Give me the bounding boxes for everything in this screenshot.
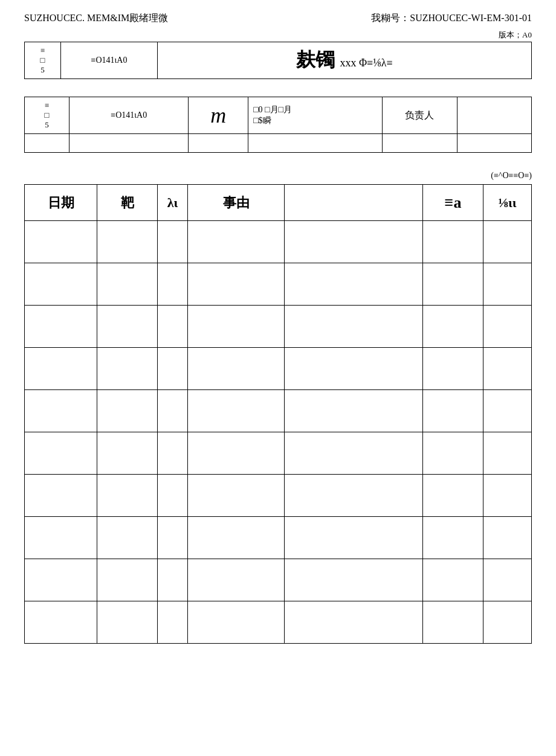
- col-header-jing: 靶: [97, 185, 158, 221]
- table-cell: [97, 263, 158, 306]
- empty-cell-2: [70, 134, 189, 153]
- empty-cell-1: [25, 134, 70, 153]
- empty-cell-4: [248, 134, 383, 153]
- table-cell: [158, 432, 188, 475]
- table-cell: [25, 390, 97, 432]
- table-cell: [97, 306, 158, 348]
- table-cell: [188, 263, 285, 306]
- table-cell: [483, 221, 532, 263]
- empty-cell-5: [383, 134, 457, 153]
- table-cell: [97, 390, 158, 432]
- table-cell: [25, 432, 97, 475]
- table-cell: [158, 306, 188, 348]
- table-cell: [483, 348, 532, 390]
- table-row: [25, 601, 532, 644]
- table-cell: [188, 306, 285, 348]
- table-cell: [25, 559, 97, 601]
- table-cell: [97, 601, 158, 644]
- table-cell: [25, 475, 97, 517]
- table-cell: [97, 475, 158, 517]
- sign-cell: [457, 97, 531, 134]
- header: SUZHOUCEC. MEM&IM殿绪理微 我糊号：SUZHOUCEC-WI-E…: [24, 12, 532, 25]
- table-cell: [158, 221, 188, 263]
- table-row: [25, 390, 532, 432]
- table-cell: [188, 475, 285, 517]
- table-cell: [158, 348, 188, 390]
- table-cell: [97, 348, 158, 390]
- table-cell: [158, 475, 188, 517]
- col-header-shiyou: 事由: [188, 185, 285, 221]
- table-cell: [25, 601, 97, 644]
- table-header-row: 日期 靶 λι 事由 ≡a ⅛ιι: [25, 185, 532, 221]
- table-cell: [188, 517, 285, 559]
- table-cell: [423, 559, 483, 601]
- code-cell: ≡O141ιA0: [61, 42, 158, 79]
- info-table: ≡□5 ≡O141ιA0 麸镯 xxx Φ≡⅛λ≡: [24, 42, 532, 79]
- table-cell: [97, 517, 158, 559]
- title-cell: 麸镯 xxx Φ≡⅛λ≡: [158, 42, 532, 79]
- table-row: [25, 559, 532, 601]
- col-header-ea: ≡a: [423, 185, 483, 221]
- table-cell: [285, 559, 423, 601]
- table-cell: [97, 221, 158, 263]
- table-row: [25, 263, 532, 306]
- table-cell: [25, 348, 97, 390]
- table-cell: [188, 348, 285, 390]
- table-cell: [285, 517, 423, 559]
- table-cell: [483, 475, 532, 517]
- header-right: 我糊号：SUZHOUCEC-WI-EM-301-01: [371, 12, 532, 25]
- num-cell: ≡□5: [25, 42, 61, 79]
- table-cell: [483, 432, 532, 475]
- italic-m-cell: m: [189, 97, 248, 134]
- table-cell: [158, 517, 188, 559]
- table-cell: [285, 601, 423, 644]
- col-header-frac: ⅛ιι: [483, 185, 532, 221]
- table-row: [25, 221, 532, 263]
- table-row: [25, 475, 532, 517]
- table-cell: [158, 263, 188, 306]
- table-cell: [188, 559, 285, 601]
- table-cell: [483, 390, 532, 432]
- table-cell: [188, 432, 285, 475]
- empty-cell-3: [189, 134, 248, 153]
- header-left: SUZHOUCEC. MEM&IM殿绪理微: [24, 12, 168, 25]
- table-cell: [423, 221, 483, 263]
- table-cell: [483, 601, 532, 644]
- table-cell: [25, 517, 97, 559]
- table-cell: [423, 517, 483, 559]
- table-cell: [25, 263, 97, 306]
- info-content-cell: □0 □月□月□$瞬: [248, 97, 383, 134]
- table-cell: [423, 263, 483, 306]
- table-cell: [483, 559, 532, 601]
- table-cell: [188, 601, 285, 644]
- table-cell: [423, 348, 483, 390]
- table-cell: [285, 263, 423, 306]
- table-cell: [158, 559, 188, 601]
- table-cell: [25, 306, 97, 348]
- table-cell: [423, 390, 483, 432]
- table-row: [25, 517, 532, 559]
- table-cell: [423, 432, 483, 475]
- code-cell-2: ≡O141ιA0: [70, 97, 189, 134]
- table-cell: [483, 306, 532, 348]
- table-row: [25, 432, 532, 475]
- table-cell: [188, 221, 285, 263]
- secondary-label: (≡^O≡≡O≡): [24, 171, 532, 181]
- table-cell: [423, 601, 483, 644]
- table-row: [25, 306, 532, 348]
- table-row: [25, 348, 532, 390]
- main-table: 日期 靶 λι 事由 ≡a ⅛ιι: [24, 184, 532, 644]
- info-table-row2: ≡□5 ≡O141ιA0 m □0 □月□月□$瞬 负责人: [24, 97, 532, 153]
- table-cell: [97, 432, 158, 475]
- table-cell: [423, 306, 483, 348]
- table-cell: [188, 390, 285, 432]
- table-cell: [285, 475, 423, 517]
- table-cell: [97, 559, 158, 601]
- version-label: 版本；A0: [499, 30, 532, 39]
- table-cell: [285, 432, 423, 475]
- table-cell: [285, 221, 423, 263]
- responsible-cell: 负责人: [383, 97, 457, 134]
- table-cell: [25, 221, 97, 263]
- table-cell: [285, 390, 423, 432]
- num-cell-2: ≡□5: [25, 97, 70, 134]
